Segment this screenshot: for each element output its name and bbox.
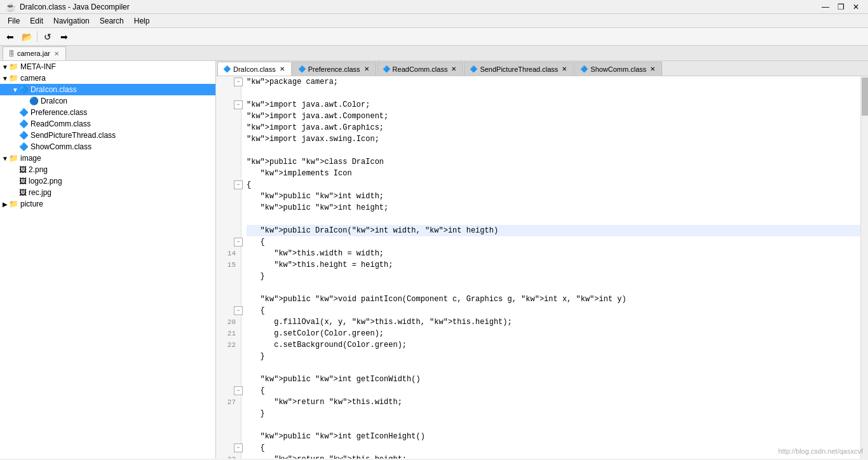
code-text: } xyxy=(247,351,265,362)
menu-item-edit[interactable]: Edit xyxy=(25,15,48,27)
code-text: "kw">return "kw">this.height; xyxy=(247,454,407,459)
editor-tab-close[interactable]: ✕ xyxy=(649,65,656,73)
editor-tab-close[interactable]: ✕ xyxy=(363,65,370,73)
tree-toggle[interactable]: ▼ xyxy=(1,75,9,82)
tree-item[interactable]: 🖼2.png xyxy=(0,164,215,175)
code-line: − { xyxy=(247,385,863,396)
line-number xyxy=(221,294,236,305)
tree-item[interactable]: 🖼rec.jpg xyxy=(0,187,215,198)
editor-tab[interactable]: 🔷ShowComm.class✕ xyxy=(574,62,662,76)
code-line xyxy=(247,282,863,294)
toolbar-btn-forward[interactable]: ➡ xyxy=(57,30,72,44)
tree-node-icon: 🔷 xyxy=(19,119,29,128)
editor-tab[interactable]: 🔷DraIcon.class✕ xyxy=(217,62,292,76)
line-number: 14 xyxy=(221,248,236,259)
code-text: { xyxy=(247,442,265,454)
toolbar-btn-open[interactable]: 📂 xyxy=(19,30,34,44)
code-text: { xyxy=(247,305,265,316)
code-line: c.setBackground(Color.green); xyxy=(247,339,863,351)
menu-item-navigation[interactable]: Navigation xyxy=(48,15,95,27)
code-line: "kw">this.width = width; xyxy=(247,248,863,259)
scrollbar-thumb[interactable] xyxy=(862,78,868,116)
code-line: "kw">public "kw">int width; xyxy=(247,191,863,202)
code-lines: −"kw">package camera;−"kw">import java.a… xyxy=(241,76,868,459)
line-number xyxy=(221,133,236,145)
editor-tab[interactable]: 🔷ReadComm.class✕ xyxy=(377,62,464,76)
line-number xyxy=(221,202,236,213)
file-tab-close[interactable]: ✕ xyxy=(53,50,60,58)
code-line: "kw">implements Icon xyxy=(247,168,863,179)
editor-tab-icon: 🔷 xyxy=(580,65,588,72)
toolbar-separator xyxy=(37,31,37,43)
tree-toggle[interactable]: ▼ xyxy=(1,155,9,162)
tree-item[interactable]: 🔷Preference.class xyxy=(0,107,215,118)
code-line: "kw">return "kw">this.width; xyxy=(247,396,863,408)
tree-item[interactable]: ▼🔷DraIcon.class xyxy=(0,84,215,95)
tree-node-label: DraIcon.class xyxy=(31,85,77,94)
close-button[interactable]: ✕ xyxy=(849,1,863,13)
tree-toggle[interactable]: ▼ xyxy=(11,86,19,93)
code-line: − { xyxy=(247,236,863,248)
maximize-button[interactable]: ❐ xyxy=(834,1,848,13)
code-text: "kw">public "kw">int getIconHeight() xyxy=(247,431,425,442)
titlebar-title: DraIcon.class - Java Decompiler xyxy=(20,3,130,11)
toolbar: ⬅ 📂 ↺ ➡ xyxy=(0,28,868,46)
tree-item[interactable]: 🔵DraIcon xyxy=(0,95,215,107)
tree-node-label: ReadComm.class xyxy=(31,119,91,128)
code-line xyxy=(247,419,863,431)
tree-node-label: logo2.png xyxy=(29,177,62,186)
code-text: "kw">return "kw">this.width; xyxy=(247,396,402,408)
fold-button[interactable]: − xyxy=(234,386,243,395)
tree-item[interactable]: ▶📁picture xyxy=(0,198,215,210)
editor-tab[interactable]: 🔷Preference.class✕ xyxy=(292,62,376,76)
tree-item[interactable]: ▼📁image xyxy=(0,152,215,164)
tree-node-label: Preference.class xyxy=(31,108,87,117)
tree-node-icon: 🖼 xyxy=(19,188,27,197)
editor-tab-icon: 🔷 xyxy=(383,65,390,72)
tree-item[interactable]: 🔷ShowComm.class xyxy=(0,141,215,152)
tree-item[interactable]: 🔷SendPictureThread.class xyxy=(0,130,215,141)
code-line: "kw">public "kw">int height; xyxy=(247,202,863,213)
editor-tab-close[interactable]: ✕ xyxy=(278,65,286,73)
fold-button[interactable]: − xyxy=(234,443,243,452)
tree-toggle[interactable]: ▶ xyxy=(1,201,9,208)
tree-item[interactable]: 🖼logo2.png xyxy=(0,175,215,187)
tree-item[interactable]: ▼📁META-INF xyxy=(0,61,215,72)
editor-tab-label: SendPictureThread.class xyxy=(480,65,558,73)
tree-item[interactable]: 🔷ReadComm.class xyxy=(0,118,215,130)
code-line: −{ xyxy=(247,179,863,191)
fold-button[interactable]: − xyxy=(234,180,243,189)
code-line: } xyxy=(247,408,863,419)
menu-item-file[interactable]: File xyxy=(3,15,25,27)
file-tab-icon: 🗄 xyxy=(8,50,15,57)
menu-item-help[interactable]: Help xyxy=(129,15,155,27)
scrollbar[interactable] xyxy=(860,76,868,459)
fold-button[interactable]: − xyxy=(234,100,243,109)
minimize-button[interactable]: — xyxy=(818,1,832,13)
menu-item-search[interactable]: Search xyxy=(95,15,129,27)
line-number xyxy=(221,111,236,122)
tree-node-icon: 🖼 xyxy=(19,177,27,186)
toolbar-btn-back[interactable]: ⬅ xyxy=(3,30,18,44)
file-tab[interactable]: 🗄 camera.jar ✕ xyxy=(3,46,66,60)
tree-item[interactable]: ▼📁camera xyxy=(0,72,215,84)
tree-node-label: camera xyxy=(20,74,46,83)
fold-button[interactable]: − xyxy=(234,238,243,247)
editor-tab-label: ReadComm.class xyxy=(393,65,448,73)
line-number: 20 xyxy=(221,316,236,328)
editor-tab-close[interactable]: ✕ xyxy=(560,65,568,73)
tree-node-label: DraIcon xyxy=(41,97,67,105)
code-editor[interactable]: 14152021222732 −"kw">package camera;−"kw… xyxy=(216,76,868,459)
line-number xyxy=(221,419,236,431)
line-numbers: 14152021222732 xyxy=(216,76,241,459)
editor-tab[interactable]: 🔷SendPictureThread.class✕ xyxy=(464,62,574,76)
toolbar-btn-refresh[interactable]: ↺ xyxy=(40,30,55,44)
fold-button[interactable]: − xyxy=(234,306,243,315)
fold-button[interactable]: − xyxy=(234,78,243,86)
sidebar: ▼📁META-INF▼📁camera▼🔷DraIcon.class 🔵DraIc… xyxy=(0,61,216,459)
editor-tab-close[interactable]: ✕ xyxy=(450,65,458,73)
tree-toggle[interactable]: ▼ xyxy=(1,64,9,71)
line-number xyxy=(221,271,236,282)
code-text: g.fillOval(x, y, "kw">this.width, "kw">t… xyxy=(247,316,512,328)
code-line xyxy=(247,213,863,225)
